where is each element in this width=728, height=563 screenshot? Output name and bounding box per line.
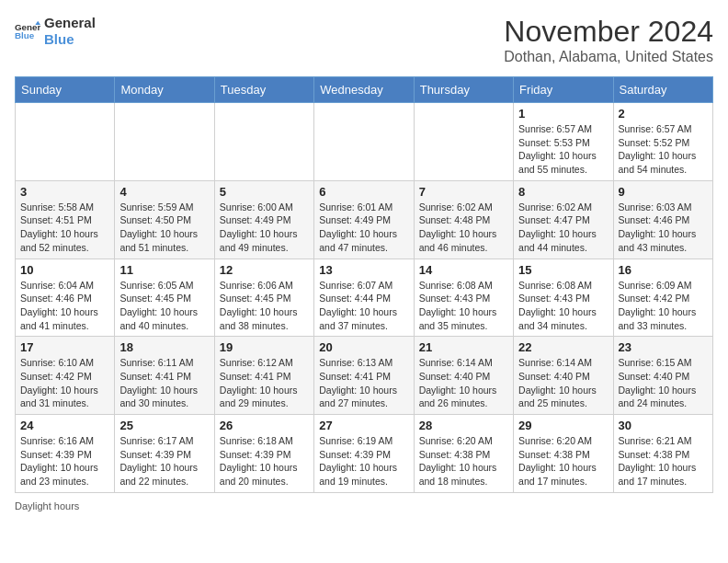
calendar-cell: 21Sunrise: 6:14 AMSunset: 4:40 PMDayligh… [414, 337, 513, 415]
calendar-cell: 10Sunrise: 6:04 AMSunset: 4:46 PMDayligh… [16, 259, 115, 337]
calendar-cell [115, 103, 214, 181]
day-number: 24 [20, 419, 109, 432]
day-number: 12 [220, 263, 309, 277]
calendar-cell: 6Sunrise: 6:01 AMSunset: 4:49 PMDaylight… [314, 180, 414, 259]
calendar-day-header: Tuesday [214, 77, 313, 103]
day-info: Sunrise: 6:21 AMSunset: 4:38 PMDaylight:… [619, 434, 708, 488]
day-info: Sunrise: 6:03 AMSunset: 4:46 PMDaylight:… [619, 201, 708, 255]
page-header: General Blue General Blue November 2024 … [15, 15, 713, 65]
calendar-header-row: SundayMondayTuesdayWednesdayThursdayFrid… [16, 77, 713, 103]
calendar-cell [314, 103, 414, 181]
day-number: 11 [119, 263, 209, 277]
day-number: 7 [419, 185, 508, 199]
day-number: 17 [20, 340, 109, 354]
day-info: Sunrise: 6:06 AMSunset: 4:45 PMDaylight:… [220, 279, 309, 333]
calendar-day-header: Monday [115, 77, 214, 103]
title-area: November 2024 Dothan, Alabama, United St… [504, 15, 713, 65]
day-info: Sunrise: 6:09 AMSunset: 4:42 PMDaylight:… [619, 279, 708, 333]
calendar-cell: 1Sunrise: 6:57 AMSunset: 5:53 PMDaylight… [514, 103, 613, 181]
calendar-cell: 17Sunrise: 6:10 AMSunset: 4:42 PMDayligh… [16, 337, 115, 415]
day-number: 25 [119, 419, 209, 432]
day-number: 18 [119, 340, 209, 354]
calendar-cell: 29Sunrise: 6:20 AMSunset: 4:38 PMDayligh… [514, 415, 613, 493]
daylight-label: Daylight hours [15, 500, 79, 511]
day-info: Sunrise: 6:11 AMSunset: 4:41 PMDaylight:… [119, 356, 209, 410]
day-info: Sunrise: 6:02 AMSunset: 4:48 PMDaylight:… [419, 201, 508, 255]
day-info: Sunrise: 6:19 AMSunset: 4:39 PMDaylight:… [319, 434, 408, 488]
calendar-cell: 18Sunrise: 6:11 AMSunset: 4:41 PMDayligh… [115, 337, 214, 415]
day-number: 2 [619, 107, 708, 121]
calendar-cell: 26Sunrise: 6:18 AMSunset: 4:39 PMDayligh… [214, 415, 313, 493]
day-number: 23 [619, 340, 708, 354]
day-info: Sunrise: 6:05 AMSunset: 4:45 PMDaylight:… [119, 279, 209, 333]
calendar-cell: 24Sunrise: 6:16 AMSunset: 4:39 PMDayligh… [16, 415, 115, 493]
calendar-week-row: 1Sunrise: 6:57 AMSunset: 5:53 PMDaylight… [16, 103, 713, 181]
calendar-cell: 15Sunrise: 6:08 AMSunset: 4:43 PMDayligh… [514, 259, 613, 337]
day-info: Sunrise: 6:17 AMSunset: 4:39 PMDaylight:… [119, 434, 209, 488]
day-info: Sunrise: 6:13 AMSunset: 4:41 PMDaylight:… [319, 356, 408, 410]
day-info: Sunrise: 6:57 AMSunset: 5:53 PMDaylight:… [518, 122, 608, 177]
day-info: Sunrise: 6:15 AMSunset: 4:40 PMDaylight:… [619, 356, 708, 410]
day-number: 16 [619, 263, 708, 277]
day-info: Sunrise: 6:20 AMSunset: 4:38 PMDaylight:… [518, 434, 608, 488]
day-number: 20 [319, 340, 408, 354]
calendar-cell: 11Sunrise: 6:05 AMSunset: 4:45 PMDayligh… [115, 259, 214, 337]
calendar-cell: 19Sunrise: 6:12 AMSunset: 4:41 PMDayligh… [214, 337, 313, 415]
calendar-cell: 25Sunrise: 6:17 AMSunset: 4:39 PMDayligh… [115, 415, 214, 493]
calendar-week-row: 3Sunrise: 5:58 AMSunset: 4:51 PMDaylight… [16, 180, 713, 259]
calendar-cell: 14Sunrise: 6:08 AMSunset: 4:43 PMDayligh… [414, 259, 513, 337]
calendar-cell: 4Sunrise: 5:59 AMSunset: 4:50 PMDaylight… [115, 180, 214, 259]
day-info: Sunrise: 6:18 AMSunset: 4:39 PMDaylight:… [220, 434, 309, 488]
calendar-day-header: Sunday [16, 77, 115, 103]
location-subtitle: Dothan, Alabama, United States [504, 49, 713, 65]
day-info: Sunrise: 6:14 AMSunset: 4:40 PMDaylight:… [518, 356, 608, 410]
day-number: 15 [518, 263, 608, 277]
day-info: Sunrise: 6:57 AMSunset: 5:52 PMDaylight:… [619, 122, 708, 177]
calendar-cell: 30Sunrise: 6:21 AMSunset: 4:38 PMDayligh… [613, 415, 712, 493]
day-number: 19 [220, 340, 309, 354]
day-number: 9 [619, 185, 708, 199]
calendar-week-row: 17Sunrise: 6:10 AMSunset: 4:42 PMDayligh… [16, 337, 713, 415]
logo: General Blue General Blue [15, 15, 96, 48]
day-number: 14 [419, 263, 508, 277]
day-info: Sunrise: 5:58 AMSunset: 4:51 PMDaylight:… [20, 201, 109, 255]
calendar-cell: 2Sunrise: 6:57 AMSunset: 5:52 PMDaylight… [613, 103, 712, 181]
day-info: Sunrise: 6:14 AMSunset: 4:40 PMDaylight:… [419, 356, 508, 410]
day-info: Sunrise: 6:12 AMSunset: 4:41 PMDaylight:… [220, 356, 309, 410]
calendar-cell: 12Sunrise: 6:06 AMSunset: 4:45 PMDayligh… [214, 259, 313, 337]
day-info: Sunrise: 6:08 AMSunset: 4:43 PMDaylight:… [518, 279, 608, 333]
day-info: Sunrise: 6:00 AMSunset: 4:49 PMDaylight:… [220, 201, 309, 255]
day-number: 26 [220, 419, 309, 432]
day-number: 28 [419, 419, 508, 432]
calendar-cell: 20Sunrise: 6:13 AMSunset: 4:41 PMDayligh… [314, 337, 414, 415]
calendar-cell: 16Sunrise: 6:09 AMSunset: 4:42 PMDayligh… [613, 259, 712, 337]
calendar-cell [414, 103, 513, 181]
day-info: Sunrise: 6:02 AMSunset: 4:47 PMDaylight:… [518, 201, 608, 255]
day-number: 4 [119, 185, 209, 199]
calendar-week-row: 24Sunrise: 6:16 AMSunset: 4:39 PMDayligh… [16, 415, 713, 493]
calendar-day-header: Thursday [414, 77, 513, 103]
calendar-table: SundayMondayTuesdayWednesdayThursdayFrid… [15, 76, 713, 493]
day-number: 13 [319, 263, 408, 277]
day-number: 27 [319, 419, 408, 432]
logo-blue-text: Blue [44, 31, 96, 48]
calendar-cell: 8Sunrise: 6:02 AMSunset: 4:47 PMDaylight… [514, 180, 613, 259]
footer: Daylight hours [15, 500, 713, 511]
day-number: 8 [518, 185, 608, 199]
calendar-cell: 28Sunrise: 6:20 AMSunset: 4:38 PMDayligh… [414, 415, 513, 493]
calendar-day-header: Friday [514, 77, 613, 103]
calendar-day-header: Saturday [613, 77, 712, 103]
day-number: 1 [518, 107, 608, 121]
day-number: 22 [518, 340, 608, 354]
day-number: 30 [619, 419, 708, 432]
calendar-cell: 13Sunrise: 6:07 AMSunset: 4:44 PMDayligh… [314, 259, 414, 337]
day-info: Sunrise: 6:07 AMSunset: 4:44 PMDaylight:… [319, 279, 408, 333]
logo-icon: General Blue [15, 18, 40, 44]
day-info: Sunrise: 6:20 AMSunset: 4:38 PMDaylight:… [419, 434, 508, 488]
svg-text:Blue: Blue [15, 30, 35, 40]
calendar-cell: 23Sunrise: 6:15 AMSunset: 4:40 PMDayligh… [613, 337, 712, 415]
calendar-cell: 5Sunrise: 6:00 AMSunset: 4:49 PMDaylight… [214, 180, 313, 259]
day-info: Sunrise: 5:59 AMSunset: 4:50 PMDaylight:… [119, 201, 209, 255]
day-info: Sunrise: 6:01 AMSunset: 4:49 PMDaylight:… [319, 201, 408, 255]
calendar-cell: 7Sunrise: 6:02 AMSunset: 4:48 PMDaylight… [414, 180, 513, 259]
